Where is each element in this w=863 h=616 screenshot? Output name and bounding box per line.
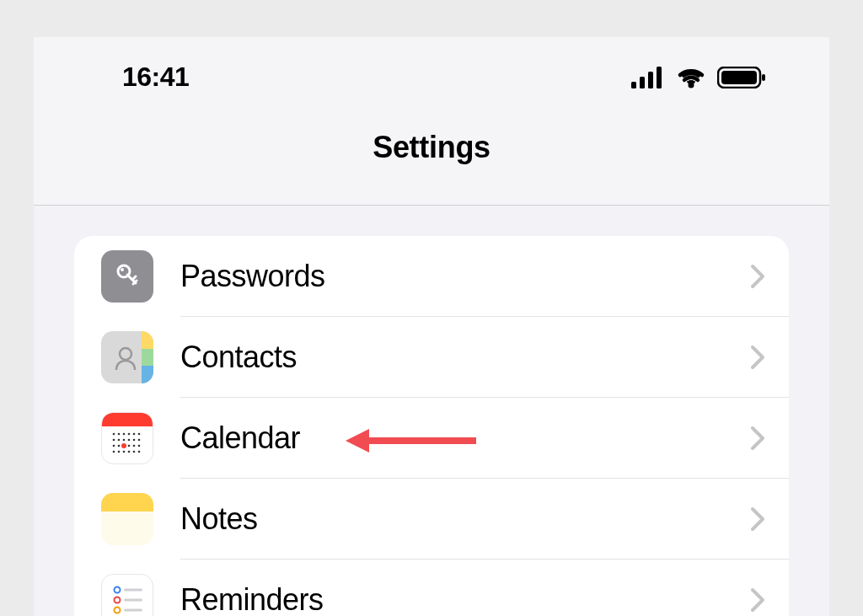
list-item-label: Calendar	[180, 420, 300, 456]
svg-point-14	[128, 433, 131, 436]
svg-point-10	[120, 348, 131, 360]
svg-point-34	[121, 443, 126, 448]
list-item-label: Notes	[180, 501, 258, 537]
svg-point-33	[138, 451, 141, 453]
list-item-label: Contacts	[180, 340, 297, 375]
notes-icon	[101, 493, 153, 545]
chevron-right-icon	[750, 345, 765, 370]
svg-point-35	[115, 587, 121, 593]
settings-item-reminders[interactable]: Reminders	[74, 560, 789, 616]
key-icon	[101, 250, 153, 303]
settings-item-notes[interactable]: Notes	[74, 479, 789, 560]
settings-item-passwords[interactable]: Passwords	[74, 236, 789, 317]
svg-rect-3	[657, 67, 662, 88]
svg-point-12	[118, 433, 121, 436]
svg-rect-40	[124, 609, 142, 612]
svg-rect-38	[124, 589, 142, 592]
svg-rect-0	[631, 82, 636, 88]
svg-point-28	[113, 451, 115, 453]
svg-point-13	[123, 433, 126, 436]
chevron-right-icon	[750, 506, 765, 532]
svg-point-32	[133, 451, 136, 453]
settings-list: Passwords Contacts	[74, 236, 789, 616]
svg-point-26	[133, 445, 136, 447]
svg-point-9	[121, 268, 124, 271]
svg-point-18	[118, 439, 121, 442]
phone-screen: 16:41 Settings	[34, 37, 829, 616]
svg-point-23	[113, 445, 115, 447]
svg-point-24	[118, 445, 121, 447]
contacts-icon	[101, 331, 153, 383]
svg-point-20	[128, 439, 131, 442]
svg-point-22	[138, 439, 141, 442]
svg-point-4	[689, 82, 694, 88]
chevron-right-icon	[750, 426, 765, 451]
settings-item-contacts[interactable]: Contacts	[74, 317, 789, 398]
status-bar: 16:41	[34, 37, 829, 117]
svg-point-21	[133, 439, 136, 442]
settings-item-calendar[interactable]: Calendar	[74, 398, 789, 479]
status-icons	[631, 67, 766, 88]
cellular-icon	[631, 67, 665, 88]
svg-point-11	[113, 433, 115, 436]
chevron-right-icon	[750, 264, 765, 289]
svg-point-16	[138, 433, 141, 436]
list-item-label: Reminders	[180, 582, 324, 616]
wifi-icon	[675, 67, 707, 88]
calendar-icon	[101, 412, 153, 464]
svg-rect-7	[762, 74, 765, 81]
reminders-icon	[101, 574, 153, 616]
svg-point-30	[123, 451, 126, 453]
svg-point-17	[113, 439, 115, 442]
svg-point-25	[128, 445, 131, 447]
svg-point-29	[118, 451, 121, 453]
nav-bar: Settings	[34, 117, 829, 206]
page-title: Settings	[373, 130, 490, 165]
list-item-label: Passwords	[180, 259, 325, 294]
svg-rect-6	[721, 71, 757, 84]
battery-icon	[717, 67, 766, 88]
svg-rect-2	[648, 72, 653, 88]
svg-point-15	[133, 433, 136, 436]
status-time: 16:41	[122, 62, 189, 93]
svg-point-36	[115, 597, 121, 603]
svg-point-27	[138, 445, 141, 447]
svg-point-31	[128, 451, 131, 453]
svg-rect-1	[640, 77, 645, 88]
svg-point-19	[123, 439, 126, 442]
svg-point-37	[115, 608, 121, 613]
svg-rect-39	[124, 599, 142, 602]
chevron-right-icon	[750, 587, 765, 613]
